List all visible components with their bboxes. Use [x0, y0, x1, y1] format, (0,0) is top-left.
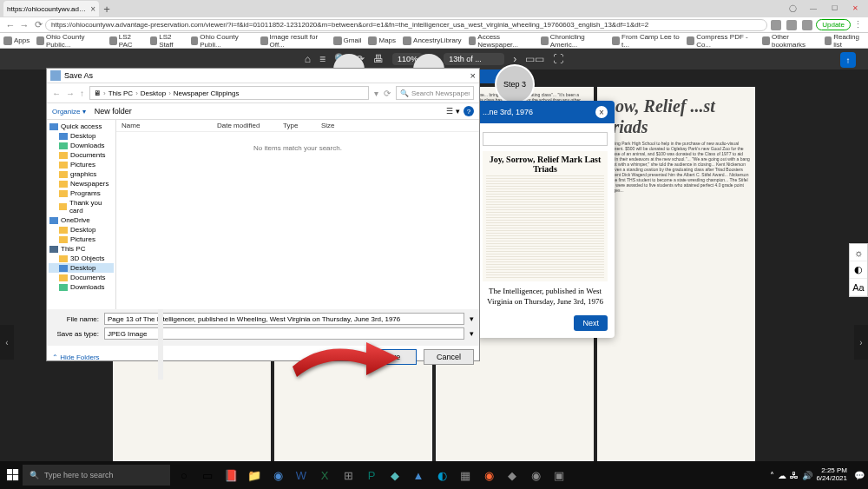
word-icon[interactable]: W	[291, 465, 312, 486]
extension-icon[interactable]	[771, 20, 781, 30]
cortana-icon[interactable]: ○	[174, 465, 194, 486]
bookmark-item[interactable]: Gmail	[333, 36, 362, 45]
new-tab-button[interactable]: +	[99, 1, 115, 17]
bookmark-item[interactable]: Ohio County Publi...	[191, 33, 253, 49]
font-size-icon[interactable]: Aa	[850, 279, 867, 296]
bookmark-item[interactable]: Compress PDF - Co...	[687, 33, 755, 49]
tree-item[interactable]: Newspapers	[49, 179, 114, 188]
tree-item[interactable]: Desktop	[49, 225, 114, 235]
app-icon[interactable]: ◐	[431, 465, 452, 486]
bookmark-item[interactable]: Chronicling Americ...	[541, 33, 605, 49]
excel-icon[interactable]: X	[314, 465, 335, 486]
refresh-icon[interactable]: ⟳	[384, 89, 391, 98]
bookmark-item[interactable]: Maps	[368, 36, 396, 45]
bookmark-item[interactable]: Image result for Off...	[260, 33, 326, 49]
bookmark-item[interactable]: Apps	[3, 36, 30, 45]
app-icon[interactable]: ▣	[549, 465, 569, 486]
help-icon[interactable]: ?	[464, 106, 474, 116]
app-icon[interactable]: ▲	[408, 465, 429, 486]
nav-forward-icon[interactable]: →	[66, 89, 75, 98]
col-size[interactable]: Size	[316, 122, 342, 129]
bookmark-item[interactable]: LS2 PAC	[109, 33, 143, 49]
other-bookmarks[interactable]: Other bookmarks	[762, 33, 817, 49]
chevron-down-icon[interactable]: ▾	[374, 89, 378, 98]
taskbar-search[interactable]: 🔍 Type here to search	[23, 465, 170, 486]
tree-item[interactable]: Pictures	[49, 160, 114, 169]
reading-list[interactable]: Reading list	[825, 33, 865, 49]
dialog-close-button[interactable]: ×	[470, 70, 476, 81]
bookmark-item[interactable]: From Camp Lee to t...	[612, 33, 680, 49]
update-button[interactable]: Update	[816, 19, 851, 30]
col-type[interactable]: Type	[278, 122, 316, 129]
tree-item[interactable]: Desktop	[49, 131, 114, 141]
maximize-button[interactable]: ☐	[825, 3, 844, 13]
tree-thispc[interactable]: This PC	[49, 244, 114, 254]
chevron-down-icon[interactable]: ▾	[470, 314, 474, 323]
organize-dropdown[interactable]: Organize ▾	[52, 108, 86, 116]
close-tab-icon[interactable]: ×	[90, 4, 95, 14]
dialog-search-input[interactable]: 🔍 Search Newspaper Clippings	[396, 86, 474, 100]
tree-item[interactable]: 3D Objects	[49, 254, 114, 263]
bookmark-item[interactable]: Access Newspaper...	[469, 33, 534, 49]
chevron-down-icon[interactable]: ▾	[470, 329, 474, 338]
url-field[interactable]: https://ohiocountywv.advantage-preservat…	[45, 19, 767, 31]
cancel-button[interactable]: Cancel	[424, 349, 474, 365]
chevron-right-icon[interactable]: ›	[513, 53, 516, 65]
contrast-icon[interactable]: ◐	[850, 261, 867, 279]
tree-item[interactable]: Pictures	[49, 235, 114, 244]
brightness-icon[interactable]: ☼	[850, 244, 867, 261]
next-button[interactable]: Next	[574, 315, 608, 331]
nav-up-icon[interactable]: ↑	[80, 89, 84, 98]
clock[interactable]: 2:25 PM 6/24/2021	[816, 467, 851, 483]
nav-back-icon[interactable]: ←	[52, 89, 61, 98]
newspaper-page-thumb[interactable]: ...ow, Relief ...st Triads Wheeling Park…	[597, 87, 755, 466]
browser-tab[interactable]: https://ohiocountywv.advantage... ×	[3, 1, 99, 17]
tree-item[interactable]: Downloads	[49, 282, 114, 292]
volume-icon[interactable]: 🔊	[802, 471, 812, 480]
new-folder-button[interactable]: New folder	[95, 107, 132, 116]
app-icon[interactable]: 📕	[220, 465, 241, 486]
tree-item[interactable]: Programs	[49, 188, 114, 198]
col-date[interactable]: Date modified	[212, 122, 278, 129]
scroll-top-button[interactable]: ↑	[840, 52, 856, 68]
tray-overflow-icon[interactable]: ˄	[770, 471, 774, 480]
fullscreen-icon[interactable]: ⛶	[553, 53, 563, 65]
extension-icon[interactable]	[786, 20, 797, 30]
forward-button[interactable]: →	[17, 18, 31, 32]
start-button[interactable]	[3, 466, 23, 485]
kebab-menu-icon[interactable]: ⋮	[851, 18, 865, 32]
print-icon[interactable]: 🖶	[373, 53, 384, 65]
app-icon[interactable]: ◉	[525, 465, 546, 486]
dual-page-icon[interactable]: ▭▭	[525, 53, 544, 65]
cast-icon[interactable]: ◯	[783, 3, 802, 13]
tree-item[interactable]: Documents	[49, 150, 114, 160]
tree-item[interactable]: graphics	[49, 169, 114, 179]
page-indicator[interactable]: 13th of ...	[444, 53, 504, 65]
taskview-icon[interactable]: ▭	[197, 465, 218, 486]
tree-item-selected[interactable]: Desktop	[49, 263, 114, 273]
app-icon[interactable]: ◆	[385, 465, 405, 486]
home-icon[interactable]: ⌂	[305, 53, 311, 65]
carousel-prev-button[interactable]: ‹	[0, 325, 14, 360]
chrome-icon[interactable]: ◉	[267, 465, 288, 486]
popover-search-input[interactable]	[483, 132, 608, 146]
bookmark-item[interactable]: Ohio County Public...	[36, 33, 102, 49]
reload-button[interactable]: ⟳	[31, 18, 45, 32]
bookmark-item[interactable]: AncestryLibrary	[403, 36, 462, 45]
publisher-icon[interactable]: P	[361, 465, 382, 486]
explorer-icon[interactable]: 📁	[244, 465, 265, 486]
col-name[interactable]: Name	[116, 122, 212, 129]
hide-folders-toggle[interactable]: ⌃ Hide Folders	[52, 354, 100, 361]
tree-onedrive[interactable]: OneDrive	[49, 215, 114, 225]
folder-tree[interactable]: Quick access Desktop Downloads Documents…	[47, 120, 116, 309]
onedrive-tray-icon[interactable]: ☁	[778, 471, 786, 480]
app-icon[interactable]: ▦	[455, 465, 476, 486]
tree-quick-access[interactable]: Quick access	[49, 122, 114, 131]
app-icon[interactable]: ⊞	[338, 465, 358, 486]
view-mode-icon[interactable]: ☰ ▾	[446, 107, 460, 116]
back-button[interactable]: ←	[3, 18, 17, 32]
app-icon[interactable]: ◆	[502, 465, 523, 486]
tour-step-active[interactable]: Step 3	[495, 64, 535, 104]
carousel-next-button[interactable]: ›	[854, 325, 868, 360]
bookmark-item[interactable]: LS2 Staff	[150, 33, 184, 49]
